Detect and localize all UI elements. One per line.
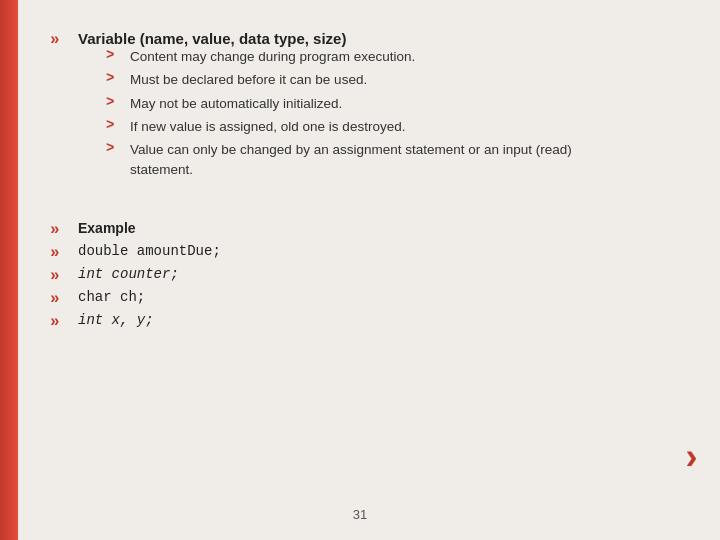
code-line-2: int counter; — [78, 266, 179, 282]
sub-text-4-container: Value can only be changed by an assignme… — [130, 140, 572, 181]
example-row-0: » Example — [50, 220, 670, 239]
sub-text-3: If new value is assigned, old one is des… — [130, 117, 405, 137]
bullet-ex-4: » — [50, 313, 66, 331]
section1-title: Variable (name, value, data type, size) — [78, 30, 572, 47]
sub-row-2: > May not be automatically initialized. — [106, 94, 572, 114]
section1-body: Variable (name, value, data type, size) … — [78, 30, 572, 184]
sub-row-3: > If new value is assigned, old one is d… — [106, 117, 572, 137]
bullet-ex-3: » — [50, 290, 66, 308]
sub-text-4-line2: statement. — [130, 160, 572, 180]
section1: » Variable (name, value, data type, size… — [50, 30, 670, 184]
sub-text-4-line1: Value can only be changed by an assignme… — [130, 140, 572, 160]
example-row-2: » int counter; — [50, 266, 670, 285]
code-line-3: char ch; — [78, 289, 145, 305]
sub-row-1: > Must be declared before it can be used… — [106, 70, 572, 90]
sub-bullet-2: > — [106, 94, 120, 110]
left-bar — [0, 0, 18, 540]
sub-text-0: Content may change during program execut… — [130, 47, 415, 67]
sub-bullet-1: > — [106, 70, 120, 86]
example-row-4: » int x, y; — [50, 312, 670, 331]
bullet-ex-0: » — [50, 221, 66, 239]
sub-row-4: > Value can only be changed by an assign… — [106, 140, 572, 181]
example-label: Example — [78, 220, 136, 236]
example-row-3: » char ch; — [50, 289, 670, 308]
code-line-4: int x, y; — [78, 312, 154, 328]
sub-text-2: May not be automatically initialized. — [130, 94, 342, 114]
bullet-ex-2: » — [50, 267, 66, 285]
sub-bullet-4: > — [106, 140, 120, 156]
sub-text-1: Must be declared before it can be used. — [130, 70, 367, 90]
page-number: 31 — [353, 507, 367, 522]
content-area: » Variable (name, value, data type, size… — [50, 30, 670, 331]
sub-bullet-3: > — [106, 117, 120, 133]
sub-section-1: > Content may change during program exec… — [106, 47, 572, 181]
code-line-1: double amountDue; — [78, 243, 221, 259]
example-row-1: » double amountDue; — [50, 243, 670, 262]
sub-row-0: > Content may change during program exec… — [106, 47, 572, 67]
section2: » Example » double amountDue; » int coun… — [50, 220, 670, 331]
slide-container: » Variable (name, value, data type, size… — [0, 0, 720, 540]
next-arrow[interactable]: › — [680, 439, 702, 480]
bullet-ex-1: » — [50, 244, 66, 262]
sub-bullet-0: > — [106, 47, 120, 63]
spacer — [50, 194, 670, 212]
bullet-main-1: » — [50, 31, 66, 49]
